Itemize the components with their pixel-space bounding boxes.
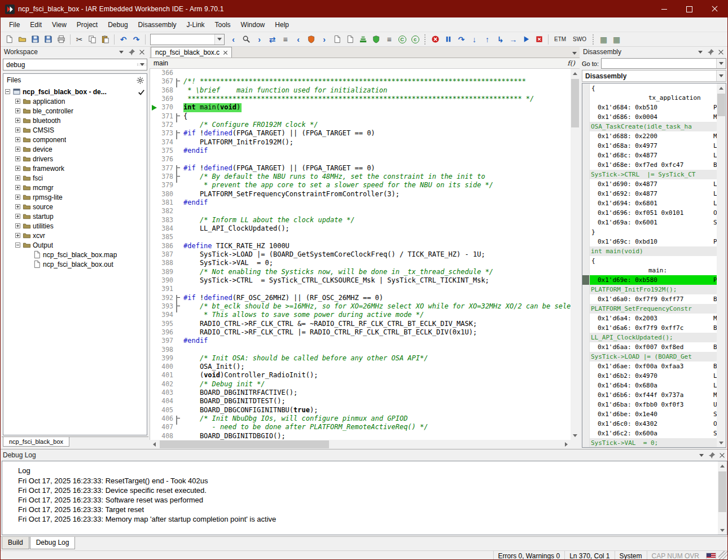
swo-trace-button[interactable]: SWO bbox=[569, 33, 590, 46]
close-icon[interactable] bbox=[717, 451, 726, 459]
close-icon[interactable] bbox=[137, 48, 146, 56]
tree-item-component[interactable]: component bbox=[3, 135, 147, 144]
menu-window[interactable]: Window bbox=[236, 19, 270, 31]
expand-icon[interactable] bbox=[15, 127, 20, 133]
navigate-backward-button[interactable]: ‹ bbox=[227, 33, 240, 46]
step-out-button[interactable]: ↑ bbox=[481, 33, 494, 46]
scroll-down-icon[interactable] bbox=[571, 431, 580, 440]
expand-icon[interactable] bbox=[15, 108, 20, 113]
run-to-cursor-button[interactable]: → bbox=[507, 33, 520, 46]
tree-item-ncp-fsci-black-box-out[interactable]: ncp_fsci_black_box.out bbox=[3, 259, 147, 269]
close-icon[interactable] bbox=[716, 48, 725, 56]
pin-icon[interactable] bbox=[127, 48, 136, 56]
stop-debugging-button[interactable] bbox=[533, 33, 546, 46]
pin-icon[interactable] bbox=[707, 451, 716, 459]
scroll-up-icon[interactable] bbox=[717, 83, 726, 92]
tree-item-utilities[interactable]: utilities bbox=[3, 221, 147, 231]
bottom-tab-debug-log[interactable]: Debug Log bbox=[30, 537, 76, 549]
expand-icon[interactable] bbox=[15, 233, 20, 238]
workspace-tab[interactable]: ncp_fsci_black_box bbox=[3, 437, 69, 447]
tree-item-application[interactable]: application bbox=[3, 96, 147, 106]
scroll-up-icon[interactable] bbox=[571, 69, 580, 78]
tree-item-framework[interactable]: framework bbox=[3, 164, 147, 173]
trace-settings-button[interactable]: ▦ bbox=[610, 33, 623, 46]
keyboard-layout-flag-icon[interactable] bbox=[706, 553, 716, 559]
tree-item-ble-controller[interactable]: ble_controller bbox=[3, 106, 147, 116]
panel-menu-chevron-icon[interactable] bbox=[696, 48, 705, 56]
editor-tab[interactable]: ncp_fsci_black_box.c bbox=[151, 47, 232, 58]
toggle-header-source-button[interactable] bbox=[331, 33, 344, 46]
menu-view[interactable]: View bbox=[47, 19, 72, 31]
scrollbar-thumb[interactable] bbox=[717, 94, 725, 116]
expand-icon[interactable] bbox=[15, 195, 20, 200]
disassembly-view-dropdown[interactable]: Disassembly bbox=[582, 70, 726, 82]
editor-horizontal-scrollbar[interactable] bbox=[150, 440, 571, 449]
undo-button[interactable]: ↶ bbox=[117, 33, 130, 46]
toggle-breakpoint-button[interactable] bbox=[305, 33, 318, 46]
scroll-down-icon[interactable] bbox=[717, 438, 726, 447]
tree-item-ncp-fsci-black-box-map[interactable]: ncp_fsci_black_box.map bbox=[3, 250, 147, 259]
print-button[interactable] bbox=[55, 33, 68, 46]
minimize-button[interactable] bbox=[651, 1, 677, 17]
tree-item-mcmgr[interactable]: mcmgr bbox=[3, 183, 147, 192]
scrollbar-thumb[interactable] bbox=[160, 440, 329, 448]
compile-file-button[interactable] bbox=[344, 33, 357, 46]
quick-search-combo-input[interactable] bbox=[151, 34, 214, 45]
next-bookmark-button[interactable]: › bbox=[318, 33, 331, 46]
expand-icon[interactable] bbox=[15, 185, 20, 190]
expand-icon[interactable] bbox=[15, 166, 20, 171]
replace-button[interactable]: ≡ bbox=[279, 33, 292, 46]
panel-menu-chevron-icon[interactable] bbox=[697, 451, 706, 459]
goto-combobox[interactable] bbox=[601, 58, 726, 69]
expand-icon[interactable] bbox=[15, 147, 20, 152]
download-and-debug-button[interactable] bbox=[370, 33, 383, 46]
c-stat-analysis-button[interactable]: C bbox=[396, 33, 409, 46]
batch-build-button[interactable]: ≡ bbox=[383, 33, 396, 46]
menu-debug[interactable]: Debug bbox=[103, 19, 133, 31]
menu-help[interactable]: Help bbox=[270, 19, 294, 31]
menu-disassembly[interactable]: Disassembly bbox=[133, 19, 182, 31]
expand-icon[interactable] bbox=[15, 175, 20, 180]
find-in-files-button[interactable]: ⇄ bbox=[266, 33, 279, 46]
tree-item-ncp-fsci-black-box-de[interactable]: ncp_fsci_black_box - de... bbox=[3, 87, 147, 96]
chevron-down-icon[interactable] bbox=[137, 63, 147, 66]
menu-edit[interactable]: Edit bbox=[25, 19, 47, 31]
bottom-tab-build[interactable]: Build bbox=[2, 537, 29, 549]
chevron-down-icon[interactable] bbox=[716, 70, 726, 81]
menu-tools[interactable]: Tools bbox=[210, 19, 236, 31]
new-document-button[interactable] bbox=[3, 33, 16, 46]
maximize-button[interactable] bbox=[677, 1, 702, 17]
tree-item-bluetooth[interactable]: bluetooth bbox=[3, 116, 147, 125]
tree-item-rpmsg-lite[interactable]: rpmsg-lite bbox=[3, 192, 147, 202]
panel-menu-chevron-icon[interactable] bbox=[117, 48, 126, 56]
open-file-button[interactable] bbox=[16, 33, 29, 46]
expand-icon[interactable] bbox=[15, 214, 20, 219]
collapse-icon[interactable] bbox=[5, 89, 10, 94]
tree-item-startup[interactable]: startup bbox=[3, 211, 147, 221]
save-button[interactable] bbox=[29, 33, 42, 46]
disassembly-listing[interactable]: {tx_application0x1'd684: 0xb510P0x1'd686… bbox=[582, 83, 726, 448]
tree-item-fsci[interactable]: fsci bbox=[3, 173, 147, 183]
expand-icon[interactable] bbox=[15, 99, 20, 104]
close-button[interactable] bbox=[702, 1, 727, 17]
pin-icon[interactable] bbox=[706, 48, 715, 56]
tree-item-drivers[interactable]: drivers bbox=[3, 154, 147, 164]
break-button[interactable] bbox=[442, 33, 455, 46]
c-run-analysis-button[interactable]: c bbox=[409, 33, 422, 46]
next-statement-button[interactable]: ↳ bbox=[494, 33, 507, 46]
scrollbar-thumb[interactable] bbox=[571, 79, 579, 127]
menu-j-link[interactable]: J-Link bbox=[182, 19, 210, 31]
scroll-right-icon[interactable] bbox=[562, 440, 571, 449]
etm-trace-button[interactable]: ETM bbox=[551, 33, 569, 46]
editor-vertical-scrollbar[interactable] bbox=[571, 69, 580, 440]
resize-grip[interactable] bbox=[718, 551, 727, 560]
scroll-down-icon[interactable] bbox=[718, 526, 727, 535]
copy-button[interactable] bbox=[86, 33, 99, 46]
trace-window-button[interactable]: ▦ bbox=[597, 33, 610, 46]
tree-item-source[interactable]: source bbox=[3, 202, 147, 211]
scrollbar-thumb[interactable] bbox=[718, 471, 726, 512]
navigate-forward-button[interactable]: › bbox=[253, 33, 266, 46]
make-build-button[interactable] bbox=[357, 33, 370, 46]
tree-item-xcvr[interactable]: xcvr bbox=[3, 231, 147, 240]
menu-project[interactable]: Project bbox=[72, 19, 103, 31]
